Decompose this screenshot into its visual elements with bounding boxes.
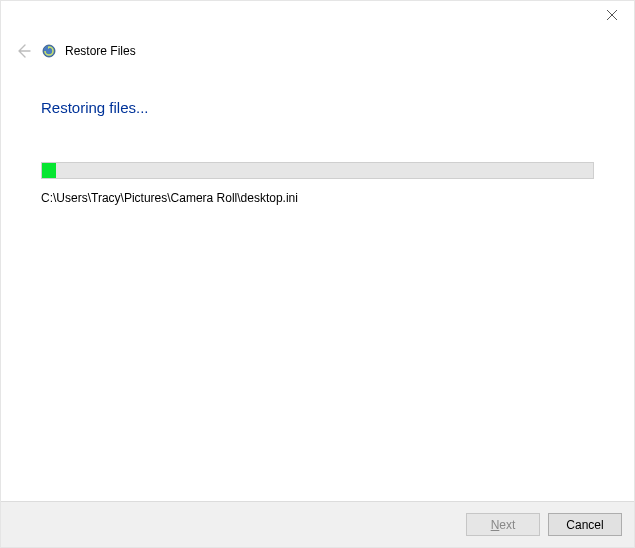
progress-fill <box>42 163 56 178</box>
restore-files-icon <box>41 43 57 59</box>
close-icon <box>607 10 617 20</box>
next-label-rest: ext <box>499 518 515 532</box>
current-file-path: C:\Users\Tracy\Pictures\Camera Roll\desk… <box>41 191 594 205</box>
window-title: Restore Files <box>65 44 136 58</box>
close-button[interactable] <box>589 1 634 29</box>
back-arrow-icon <box>15 43 31 59</box>
back-button <box>13 41 33 61</box>
progress-bar <box>41 162 594 179</box>
footer: Next Cancel <box>1 501 634 547</box>
content-area: Restoring files... C:\Users\Tracy\Pictur… <box>1 61 634 205</box>
cancel-button[interactable]: Cancel <box>548 513 622 536</box>
next-button: Next <box>466 513 540 536</box>
titlebar <box>1 1 634 33</box>
header-row: Restore Files <box>1 41 634 61</box>
page-heading: Restoring files... <box>41 99 594 116</box>
